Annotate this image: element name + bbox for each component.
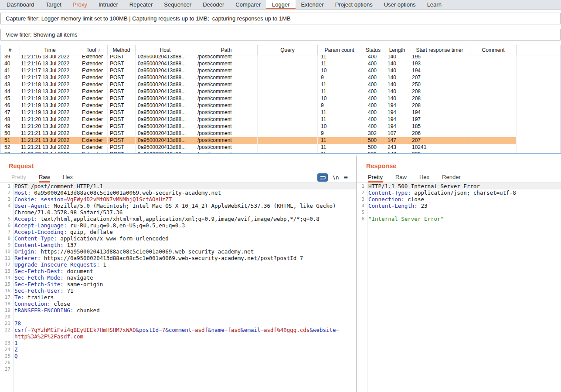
cell-status: 500 — [361, 151, 385, 153]
log-row-40[interactable]: 4011:21:16 13 Jul 2022ExtenderPOST0a9500… — [0, 61, 561, 68]
menu-tab-learn[interactable]: Learn — [422, 0, 447, 9]
line-number: 17 — [0, 294, 13, 301]
cell-length: 194 — [385, 102, 409, 109]
cell-start-response-timer: 208 — [409, 102, 470, 109]
cell-tool: Extender — [80, 81, 108, 88]
log-row-49[interactable]: 4911:21:20 13 Jul 2022ExtenderPOST0a9500… — [0, 123, 561, 130]
log-row-46[interactable]: 4611:21:19 13 Jul 2022ExtenderPOST0a9500… — [0, 102, 561, 109]
line-number: 4 — [357, 203, 367, 209]
menu-tab-sequencer[interactable]: Sequencer — [158, 0, 197, 9]
cell-length: 194 — [385, 116, 409, 123]
editor-menu-button[interactable]: ≡ — [343, 173, 347, 182]
menu-tab-logger[interactable]: Logger — [266, 0, 295, 9]
cell-number: 49 — [0, 123, 20, 130]
menu-tab-dashboard[interactable]: Dashboard — [1, 0, 40, 9]
cell-comment — [470, 88, 517, 95]
column-header-time[interactable]: Time — [20, 45, 80, 55]
cell-query — [258, 151, 318, 153]
line-number: 16 — [0, 287, 13, 294]
cell-status: 400 — [361, 109, 385, 116]
code-text: Accept-Encoding: gzip, deflate — [13, 229, 356, 235]
menu-tab-intruder[interactable]: Intruder — [93, 0, 124, 9]
log-row-41[interactable]: 4111:21:17 13 Jul 2022ExtenderPOST0a9500… — [0, 68, 561, 74]
menu-tab-project-options[interactable]: Project options — [330, 0, 378, 9]
line-number: 8 — [0, 235, 13, 242]
column-header-host[interactable]: Host — [136, 45, 195, 55]
log-row-43[interactable]: 4311:21:18 13 Jul 2022ExtenderPOST0a9500… — [0, 81, 561, 88]
cell-status: 400 — [361, 116, 385, 123]
menu-tab-user-options[interactable]: User options — [378, 0, 422, 9]
cell-start-response-timer: 194 — [409, 109, 470, 116]
column-header-status[interactable]: Status — [361, 45, 385, 55]
column-header-start-response-timer[interactable]: Start response timer — [409, 45, 470, 55]
column-header-tool[interactable]: Tool∧ — [80, 45, 108, 55]
soft-wrap-toggle-button[interactable] — [317, 173, 328, 182]
request-tab-pretty[interactable]: Pretty — [11, 174, 26, 182]
cell-status: 400 — [361, 55, 385, 61]
cell-path: /post/comment — [195, 95, 258, 102]
log-row-47[interactable]: 4711:21:19 13 Jul 2022ExtenderPOST0a9500… — [0, 109, 561, 116]
code-text — [13, 366, 356, 372]
response-tab-raw[interactable]: Raw — [395, 174, 407, 182]
cell-number: 48 — [0, 116, 20, 123]
log-row-51[interactable]: 5111:21:21 13 Jul 2022ExtenderPOST0a9500… — [0, 137, 561, 144]
column-header-param-count[interactable]: Param count — [318, 45, 361, 55]
code-line-2: 2Content-Type: application/json; charset… — [357, 189, 561, 196]
code-text: tRANSFER-ENCODING: chunked — [13, 307, 356, 314]
column-header-comment[interactable]: Comment — [470, 45, 517, 55]
log-row-42[interactable]: 4211:21:17 13 Jul 2022ExtenderPOST0a9500… — [0, 74, 561, 81]
column-header-query[interactable]: Query — [258, 45, 318, 55]
response-tab-hex[interactable]: Hex — [419, 174, 429, 182]
column-header-filler — [517, 45, 561, 55]
code-line-wrap: http%3A%2F%2Fasdf.com — [0, 333, 356, 340]
code-line-20: 20 — [0, 314, 356, 320]
newline-toggle-button[interactable]: \n — [333, 175, 339, 181]
cell-param-count: 11 — [318, 88, 361, 95]
request-editor[interactable]: 1POST /post/comment HTTP/1.12Host: 0a950… — [0, 183, 356, 392]
response-editor[interactable]: 1HTTP/1.1 500 Internal Server Error2Cont… — [357, 183, 561, 392]
request-tab-hex[interactable]: Hex — [63, 174, 73, 182]
menu-tab-proxy[interactable]: Proxy — [67, 0, 93, 9]
column-header-path[interactable]: Path — [195, 45, 258, 55]
line-number: 6 — [357, 216, 367, 222]
log-row-53[interactable]: 5311:21:22 13 Jul 2022ExtenderPOST0a9500… — [0, 151, 561, 153]
cell-start-response-timer: 185 — [409, 123, 470, 130]
request-tab-raw[interactable]: Raw — [39, 174, 50, 182]
capture-filter-bar[interactable]: Capture filter: Logger memory limit set … — [0, 13, 561, 24]
line-number: 23 — [0, 340, 13, 346]
response-tab-pretty[interactable]: Pretty — [368, 174, 383, 182]
cell-query — [258, 74, 318, 81]
cell-time: 11:21:18 13 Jul 2022 — [20, 88, 80, 95]
log-row-52[interactable]: 5211:21:21 13 Jul 2022ExtenderPOST0a9500… — [0, 144, 561, 151]
code-line-1: 1POST /post/comment HTTP/1.1 — [0, 183, 356, 189]
log-row-39[interactable]: 3911:21:16 13 Jul 2022ExtenderPOST0a9500… — [0, 55, 561, 61]
column-header-method[interactable]: Method — [108, 45, 136, 55]
menu-tab-decoder[interactable]: Decoder — [197, 0, 230, 9]
code-text: POST /post/comment HTTP/1.1 — [13, 183, 356, 189]
cell-status: 400 — [361, 88, 385, 95]
response-tab-render[interactable]: Render — [442, 174, 461, 182]
code-text: HTTP/1.1 500 Internal Server Error — [367, 183, 561, 189]
code-text: Content-Type: application/x-www-form-url… — [13, 235, 356, 242]
log-row-48[interactable]: 4811:21:20 13 Jul 2022ExtenderPOST0a9500… — [0, 116, 561, 123]
menu-tab-repeater[interactable]: Repeater — [124, 0, 158, 9]
column-header-number[interactable]: # — [0, 45, 20, 55]
log-row-44[interactable]: 4411:21:18 13 Jul 2022ExtenderPOST0a9500… — [0, 88, 561, 95]
cell-path: /post/comment — [195, 55, 258, 61]
cell-length: 147 — [385, 151, 409, 153]
view-filter-bar[interactable]: View filter: Showing all items — [0, 29, 561, 41]
log-table-body[interactable]: 3911:21:16 13 Jul 2022ExtenderPOST0a9500… — [0, 55, 561, 153]
cell-start-response-timer: 195 — [409, 55, 470, 61]
cell-time: 11:21:21 13 Jul 2022 — [20, 137, 80, 144]
column-header-length[interactable]: Length — [385, 45, 409, 55]
log-row-45[interactable]: 4511:21:19 13 Jul 2022ExtenderPOST0a9500… — [0, 95, 561, 102]
menu-tab-target[interactable]: Target — [40, 0, 67, 9]
menu-tab-extender[interactable]: Extender — [296, 0, 330, 9]
cell-filler — [517, 95, 561, 102]
cell-method: POST — [108, 74, 136, 81]
menu-tab-comparer[interactable]: Comparer — [230, 0, 266, 9]
log-row-50[interactable]: 5011:21:21 13 Jul 2022ExtenderPOST0a9500… — [0, 130, 561, 137]
cell-method: POST — [108, 109, 136, 116]
line-number: 9 — [0, 242, 13, 248]
code-line-12: 12Upgrade-Insecure-Requests: 1 — [0, 261, 356, 268]
